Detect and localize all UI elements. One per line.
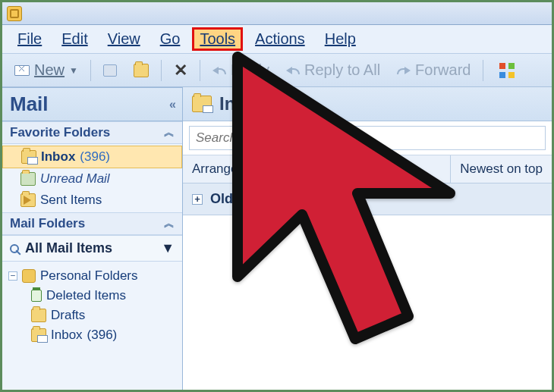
categories-icon — [499, 62, 515, 79]
favorite-folders-label: Favorite Folders — [10, 125, 110, 140]
favorite-inbox[interactable]: Inbox (396) — [2, 146, 182, 168]
forward-button-label: Forward — [415, 61, 471, 79]
chevron-up-icon: ︽ — [164, 217, 175, 230]
message-list[interactable] — [183, 215, 552, 390]
search-icon — [10, 244, 19, 253]
mail-folders-label: Mail Folders — [10, 216, 85, 231]
app-icon — [7, 6, 22, 21]
favorite-inbox-count: (396) — [80, 149, 110, 165]
new-button-label: New — [34, 61, 65, 79]
main-area: Mail « Favorite Folders ︽ Inbox (396) Un… — [2, 87, 552, 390]
arrange-row: Arranged By: Date Newest on top — [183, 155, 552, 183]
menu-go[interactable]: Go — [153, 27, 188, 51]
search-row — [183, 121, 552, 155]
forward-button[interactable]: Forward — [392, 60, 475, 80]
tree-inbox-count: (396) — [87, 328, 118, 343]
toolbar-separator — [200, 60, 200, 81]
tree-drafts[interactable]: Drafts — [8, 306, 179, 325]
favorite-unread[interactable]: Unread Mail — [2, 168, 182, 190]
tree-deleted-items[interactable]: Deleted Items — [8, 286, 179, 306]
favorite-sent[interactable]: Sent Items — [2, 190, 182, 211]
unread-icon — [20, 172, 36, 186]
favorite-folders-header[interactable]: Favorite Folders ︽ — [2, 121, 182, 144]
inbox-icon — [21, 150, 36, 164]
forward-icon — [397, 65, 411, 76]
chevron-down-icon: ▼ — [69, 65, 78, 76]
reply-all-button[interactable]: Reply to All — [282, 60, 385, 80]
reply-button[interactable]: Reply — [208, 60, 274, 80]
new-button[interactable]: New ▼ — [10, 60, 83, 80]
arranged-by-button[interactable]: Arranged By: Date — [183, 155, 307, 183]
inbox-icon — [31, 328, 46, 342]
tree-personal-folders[interactable]: − Personal Folders — [8, 266, 179, 286]
toolbar-separator — [483, 60, 483, 81]
tree-inbox-label: Inbox — [51, 328, 83, 343]
delete-button[interactable]: ✕ — [169, 61, 192, 80]
reply-button-label: Reply — [231, 61, 269, 79]
chevron-up-icon: ︽ — [164, 126, 175, 140]
menu-actions[interactable]: Actions — [247, 27, 313, 51]
menu-edit[interactable]: Edit — [54, 27, 95, 51]
print-button[interactable] — [99, 63, 121, 78]
categories-button[interactable] — [491, 61, 520, 80]
sort-order-button[interactable]: Newest on top — [450, 155, 552, 183]
tree-root-label: Personal Folders — [40, 268, 138, 284]
mail-pane-header[interactable]: Mail « — [2, 87, 182, 121]
group-expand-icon[interactable]: + — [192, 194, 203, 205]
folder-title: Inbox — [219, 93, 268, 114]
print-icon — [103, 64, 117, 77]
new-mail-icon — [14, 63, 30, 78]
tree-collapse-icon[interactable]: − — [8, 271, 17, 281]
collapse-pane-icon[interactable]: « — [169, 98, 175, 111]
folder-header: Inbox — [183, 87, 552, 121]
reply-all-icon — [286, 65, 300, 76]
toolbar-separator — [161, 60, 162, 81]
mail-folders-header[interactable]: Mail Folders ︽ — [2, 212, 182, 235]
inbox-icon — [192, 96, 212, 112]
nav-pane: Mail « Favorite Folders ︽ Inbox (396) Un… — [2, 87, 183, 390]
reply-all-button-label: Reply to All — [304, 61, 380, 79]
trash-icon — [31, 290, 42, 302]
favorite-folders-list: Inbox (396) Unread Mail Sent Items — [2, 144, 182, 212]
folder-tree: − Personal Folders Deleted Items Drafts … — [2, 262, 182, 350]
toolbar-separator — [90, 60, 91, 81]
group-older[interactable]: + Older — [183, 183, 552, 215]
tree-deleted-label: Deleted Items — [46, 288, 126, 303]
app-window: File Edit View Go Tools Actions Help New… — [0, 0, 554, 392]
chevron-down-icon: ▼ — [161, 240, 175, 256]
move-to-folder-button[interactable] — [129, 62, 153, 79]
mail-pane-title: Mail — [10, 93, 49, 116]
all-mail-items-label: All Mail Items — [25, 240, 112, 256]
favorite-unread-label: Unread Mail — [40, 171, 110, 187]
all-mail-items[interactable]: All Mail Items ▼ — [2, 235, 182, 262]
tree-inbox[interactable]: Inbox (396) — [8, 325, 179, 345]
reply-icon — [212, 65, 226, 76]
delete-icon: ✕ — [174, 62, 187, 79]
content-column: Inbox Arranged By: Date Newest on top + … — [183, 87, 552, 390]
menu-help[interactable]: Help — [317, 27, 364, 51]
menu-tools[interactable]: Tools — [192, 27, 243, 51]
menu-bar: File Edit View Go Tools Actions Help — [2, 25, 552, 54]
tree-drafts-label: Drafts — [51, 308, 85, 323]
favorite-sent-label: Sent Items — [40, 193, 102, 208]
folder-icon — [134, 64, 149, 77]
drafts-icon — [31, 309, 46, 322]
menu-view[interactable]: View — [100, 27, 148, 51]
favorite-inbox-label: Inbox — [41, 149, 75, 165]
personal-folders-icon — [22, 269, 36, 283]
sent-icon — [20, 193, 36, 207]
title-bar — [2, 2, 552, 25]
search-input[interactable] — [189, 126, 546, 150]
toolbar: New ▼ ✕ Reply Reply to All Forward — [2, 54, 552, 87]
group-older-label: Older — [210, 191, 246, 207]
menu-file[interactable]: File — [10, 27, 49, 51]
